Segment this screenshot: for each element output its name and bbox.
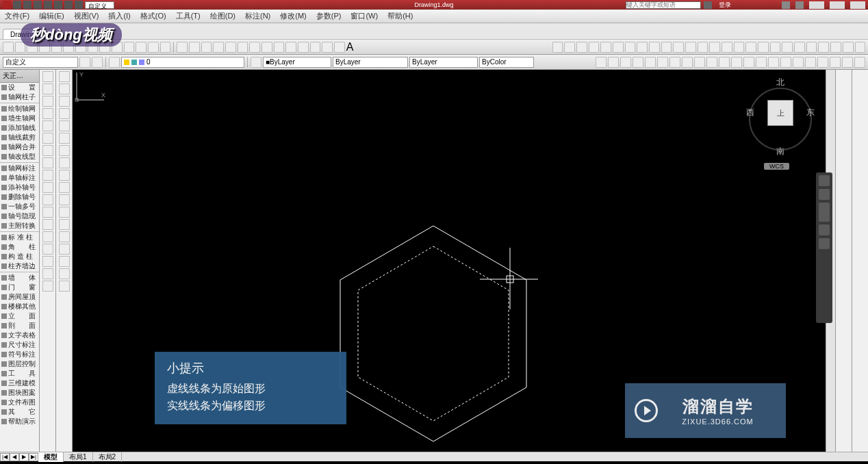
toolbar-button-icon[interactable] xyxy=(745,42,756,53)
layer-combo[interactable]: 0 xyxy=(121,57,244,68)
vertical-tool-icon[interactable] xyxy=(59,231,70,242)
menu-item[interactable]: 插入(I) xyxy=(103,10,135,23)
props-tool-icon[interactable] xyxy=(645,57,656,68)
menu-item[interactable]: 参数(P) xyxy=(311,10,346,23)
toolbar-button-icon[interactable] xyxy=(649,42,660,53)
vertical-tool-icon[interactable] xyxy=(59,219,70,230)
viewcube-wcs[interactable]: WCS xyxy=(764,163,789,170)
toolbar-button-icon[interactable] xyxy=(589,42,600,53)
palette-item[interactable]: 柱齐墙边 xyxy=(0,261,39,271)
navigation-bar[interactable] xyxy=(816,172,832,323)
maximize-button[interactable] xyxy=(830,1,845,9)
palette-item[interactable]: 帮助演示 xyxy=(0,417,39,426)
close-button[interactable] xyxy=(850,1,865,9)
palette-item[interactable]: 楼梯其他 xyxy=(0,302,39,311)
layout-tab[interactable]: 布局1 xyxy=(64,452,93,462)
vertical-tool-icon[interactable] xyxy=(59,83,70,94)
vertical-tool-icon[interactable] xyxy=(42,71,53,82)
nav-orbit-icon[interactable] xyxy=(819,224,830,235)
qat-open-icon[interactable] xyxy=(23,1,31,9)
help-icon[interactable] xyxy=(795,1,804,9)
palette-item[interactable]: 一轴多号 xyxy=(0,202,39,211)
vertical-tool-icon[interactable] xyxy=(42,268,53,279)
toolbar-button-icon[interactable] xyxy=(334,42,345,53)
layout-nav-button[interactable]: ◀ xyxy=(10,453,19,461)
vertical-tool-icon[interactable] xyxy=(59,120,70,131)
palette-item[interactable]: 立 面 xyxy=(0,311,39,321)
palette-item[interactable]: 墙生轴网 xyxy=(0,114,39,123)
toolbar-button-icon[interactable] xyxy=(698,42,709,53)
palette-item[interactable]: 轴网标注 xyxy=(0,164,39,173)
props-tool-icon[interactable] xyxy=(743,57,754,68)
toolbar-button-icon[interactable] xyxy=(806,42,817,53)
toolbar-button-icon[interactable] xyxy=(673,42,684,53)
login-link[interactable]: 登录 xyxy=(719,1,731,10)
vertical-tool-icon[interactable] xyxy=(59,157,70,168)
drawing-area[interactable]: Y X 上 北 南 东 西 WCS 小提示 虚线线条为原始图形 实线线条为偏移图… xyxy=(73,70,835,452)
props-tool-icon[interactable] xyxy=(719,57,730,68)
textstyle-combo[interactable]: A xyxy=(346,41,413,53)
toolbar-button-icon[interactable] xyxy=(552,42,563,53)
props-tool-icon[interactable] xyxy=(633,57,643,68)
nav-pan-icon[interactable] xyxy=(819,189,830,200)
toolbar-button-icon[interactable] xyxy=(625,42,636,53)
props-tool-icon[interactable] xyxy=(620,57,631,68)
palette-item[interactable]: 轴号隐现 xyxy=(0,211,39,221)
palette-item[interactable]: 标 准 柱 xyxy=(0,233,39,242)
palette-item[interactable]: 剖 面 xyxy=(0,321,39,331)
vertical-tool-icon[interactable] xyxy=(42,133,53,144)
props-tool-icon[interactable] xyxy=(657,57,668,68)
vertical-tool-icon[interactable] xyxy=(59,170,70,181)
qat-plot-icon[interactable] xyxy=(54,1,62,9)
nav-zoom-icon[interactable] xyxy=(819,203,830,222)
toolbar-button-icon[interactable] xyxy=(709,42,720,53)
toolbar-button-icon[interactable] xyxy=(734,42,745,53)
layout-tab[interactable]: 布局2 xyxy=(93,452,123,462)
viewcube-west[interactable]: 西 xyxy=(746,107,754,118)
minimize-button[interactable] xyxy=(809,1,824,9)
toolbar-button-icon[interactable] xyxy=(576,42,587,53)
toolbar-button-icon[interactable] xyxy=(661,42,672,53)
props-tool-icon[interactable] xyxy=(830,57,841,68)
toolbar-button-icon[interactable] xyxy=(600,42,611,53)
color-combo[interactable]: ■ ByLayer xyxy=(263,57,331,68)
toolbar-button-icon[interactable] xyxy=(830,42,841,53)
vertical-tool-icon[interactable] xyxy=(42,120,53,131)
vertical-tool-icon[interactable] xyxy=(59,207,70,218)
layer-state-combo[interactable]: 自定义 xyxy=(3,57,78,68)
toolbar-button-icon[interactable] xyxy=(782,42,793,53)
toolbar-button-icon[interactable] xyxy=(770,42,781,53)
palette-item[interactable]: 房间屋顶 xyxy=(0,292,39,302)
toolbar-button-icon[interactable] xyxy=(722,42,732,53)
view-cube[interactable]: 上 北 南 东 西 WCS xyxy=(746,75,815,157)
menu-item[interactable]: 视图(V) xyxy=(69,10,104,23)
toolbar-button-icon[interactable] xyxy=(637,42,648,53)
toolbar-button-icon[interactable] xyxy=(274,42,285,53)
palette-item[interactable]: 尺寸标注 xyxy=(0,340,39,350)
props-tool-icon[interactable] xyxy=(669,57,680,68)
menu-item[interactable]: 修改(M) xyxy=(275,10,311,23)
vertical-tool-icon[interactable] xyxy=(59,182,70,193)
vertical-tool-icon[interactable] xyxy=(59,133,70,144)
palette-item[interactable]: 墙 体 xyxy=(0,273,39,283)
toolbar-button-icon[interactable] xyxy=(3,42,14,53)
layout-nav-button[interactable]: ▶| xyxy=(29,453,38,461)
palette-item[interactable]: 添加轴线 xyxy=(0,123,39,133)
toolbar-button-icon[interactable] xyxy=(843,42,854,53)
qat-undo-icon[interactable] xyxy=(64,1,73,9)
toolbar-button-icon[interactable] xyxy=(238,42,248,53)
menu-item[interactable]: 文件(F) xyxy=(0,10,34,23)
nav-showmotion-icon[interactable] xyxy=(819,238,830,249)
palette-item[interactable]: 主附转换 xyxy=(0,221,39,231)
props-tool-icon[interactable] xyxy=(854,57,865,68)
toolbar-button-icon[interactable] xyxy=(249,42,260,53)
layer-tool-icon[interactable] xyxy=(92,57,103,68)
palette-item[interactable]: 图层控制 xyxy=(0,359,39,369)
palette-item[interactable]: 构 造 柱 xyxy=(0,252,39,261)
exchange-icon[interactable] xyxy=(782,1,790,9)
vertical-tool-icon[interactable] xyxy=(42,194,53,205)
vertical-tool-icon[interactable] xyxy=(59,281,70,292)
toolbar-button-icon[interactable] xyxy=(855,42,866,53)
palette-item[interactable]: 轴网合并 xyxy=(0,142,39,152)
menu-item[interactable]: 窗口(W) xyxy=(346,10,383,23)
